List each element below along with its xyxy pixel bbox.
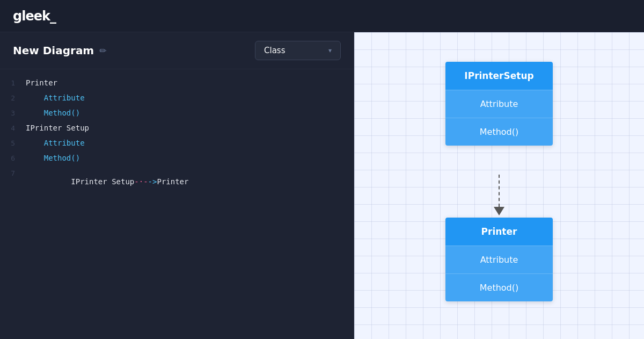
uml-class-header-printer: Printer — [445, 218, 553, 246]
diagram-title: New Diagram — [13, 44, 94, 57]
uml-box-iprintersetup: IPrinterSetup Attribute Method() — [445, 62, 553, 146]
app-header: gleek_ — [0, 0, 644, 32]
uml-class-attribute-iprintersetup: Attribute — [445, 90, 553, 118]
code-line: 2 Attribute — [0, 93, 354, 108]
uml-class-method-printer: Method() — [445, 273, 553, 301]
uml-class-header-iprintersetup: IPrinterSetup — [445, 62, 553, 90]
code-token-class: IPrinter Setup — [26, 124, 89, 132]
diagram-type-label: Class — [264, 46, 285, 55]
uml-class-method-iprintersetup: Method() — [445, 118, 553, 146]
edit-icon[interactable]: ✏ — [99, 46, 106, 56]
code-token-class: Printer — [26, 78, 57, 87]
uml-class-attribute-printer: Attribute — [445, 246, 553, 273]
logo-text: leek_ — [21, 9, 56, 24]
diagram-panel: IPrinterSetup Attribute Method() Printer… — [354, 32, 644, 339]
code-line: 3 Method() — [0, 108, 354, 123]
code-line-content: IPrinter Setup-·-->Printer — [26, 169, 188, 194]
diagram-type-select[interactable]: Class ▾ — [255, 41, 341, 60]
main-layout: New Diagram ✏ Class ▾ 1 Printer 2 Attrib… — [0, 32, 644, 339]
line-number: 7 — [0, 169, 26, 177]
code-token-attribute: Attribute — [26, 139, 85, 147]
arrow-triangle-open — [494, 207, 504, 215]
line-number: 4 — [0, 124, 26, 132]
logo-accent: g — [13, 9, 21, 24]
uml-box-printer: Printer Attribute Method() — [445, 218, 553, 301]
uml-class-printer: Printer Attribute Method() — [445, 218, 553, 301]
code-line: 5 Attribute — [0, 138, 354, 153]
chevron-down-icon: ▾ — [328, 47, 332, 54]
code-line: 6 Method() — [0, 153, 354, 168]
uml-class-iprintersetup: IPrinterSetup Attribute Method() — [445, 62, 553, 146]
code-token-method: Method() — [26, 154, 80, 162]
code-token-arrow-cyan: -> — [148, 177, 157, 186]
code-token-class: Printer — [157, 177, 188, 186]
diagram-title-area: New Diagram ✏ — [13, 44, 107, 57]
dashed-connector-line — [499, 175, 500, 207]
line-number: 1 — [0, 79, 26, 87]
line-number: 2 — [0, 94, 26, 102]
line-number: 5 — [0, 139, 26, 147]
editor-panel: New Diagram ✏ Class ▾ 1 Printer 2 Attrib… — [0, 32, 354, 339]
code-line: 1 Printer — [0, 78, 354, 93]
app-logo: gleek_ — [13, 9, 56, 24]
line-number: 3 — [0, 109, 26, 117]
code-editor[interactable]: 1 Printer 2 Attribute 3 Method() 4 IPrin… — [0, 69, 354, 339]
code-line: 7 IPrinter Setup-·-->Printer — [0, 168, 354, 195]
line-number: 6 — [0, 154, 26, 162]
code-token-method: Method() — [26, 109, 80, 117]
uml-connector — [494, 175, 504, 215]
code-line: 4 IPrinter Setup — [0, 123, 354, 138]
editor-toolbar: New Diagram ✏ Class ▾ — [0, 32, 354, 69]
code-token-attribute: Attribute — [26, 93, 85, 102]
code-token-arrow-red: -·- — [134, 177, 148, 186]
code-token-class: IPrinter Setup — [71, 177, 134, 186]
